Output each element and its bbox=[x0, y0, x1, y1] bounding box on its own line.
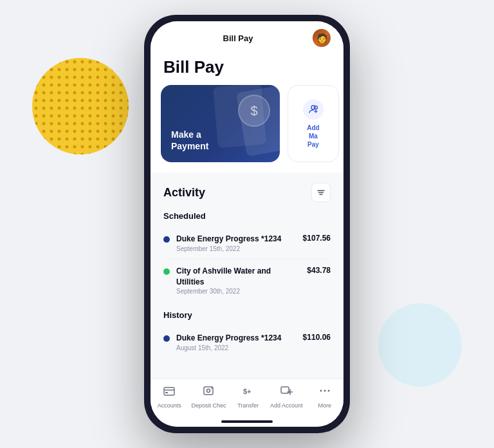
status-bar: Bill Pay 🧑 bbox=[151, 21, 343, 52]
svg-point-18 bbox=[327, 390, 329, 392]
home-indicator bbox=[151, 418, 343, 427]
accounts-icon bbox=[163, 384, 176, 400]
bottom-nav: Accounts Deposit Chec $+ bbox=[151, 378, 343, 418]
avatar[interactable]: 🧑 bbox=[313, 29, 331, 47]
nav-item-more[interactable]: More bbox=[309, 384, 340, 409]
transaction-date: September 30th, 2022 bbox=[176, 288, 300, 295]
svg-point-16 bbox=[320, 390, 322, 392]
status-dot-blue bbox=[163, 236, 170, 243]
activity-title: Activity bbox=[163, 186, 205, 200]
nav-item-transfer[interactable]: $+ Transfer bbox=[233, 384, 264, 409]
activity-section: Activity Scheduled Duke Ene bbox=[151, 173, 343, 301]
svg-rect-9 bbox=[164, 387, 174, 395]
table-row: Duke Energy Progress *1234 September 15t… bbox=[163, 227, 331, 259]
screen-content[interactable]: Bill Pay $ Make aPayment bbox=[151, 52, 343, 378]
transaction-name: Duke Energy Progress *1234 bbox=[176, 333, 297, 344]
transaction-info: Duke Energy Progress *1234 September 15t… bbox=[176, 234, 297, 252]
history-label: History bbox=[163, 310, 331, 320]
add-manage-label: AddMaPay bbox=[307, 124, 319, 149]
phone-frame: Bill Pay 🧑 Bill Pay $ Make aPayment bbox=[144, 15, 350, 433]
transaction-name: City of Ashville Water and Utilities bbox=[176, 266, 300, 288]
transaction-amount: $107.56 bbox=[303, 234, 331, 243]
status-dot-green bbox=[163, 268, 170, 275]
nav-label-deposit: Deposit Chec bbox=[191, 402, 226, 409]
transaction-amount: $110.06 bbox=[303, 333, 331, 342]
add-account-icon bbox=[280, 384, 293, 400]
scheduled-label: Scheduled bbox=[163, 211, 331, 221]
nav-item-deposit[interactable]: Deposit Chec bbox=[191, 384, 226, 409]
svg-point-5 bbox=[315, 106, 318, 109]
nav-item-add-account[interactable]: Add Account bbox=[270, 384, 303, 409]
table-row: City of Ashville Water and Utilities Sep… bbox=[163, 259, 331, 302]
nav-label-accounts: Accounts bbox=[158, 402, 181, 409]
history-section: History Duke Energy Progress *1234 Augus… bbox=[151, 301, 343, 358]
cards-row: $ Make aPayment AddMaPay bbox=[151, 85, 343, 173]
nav-label-transfer: Transfer bbox=[237, 402, 259, 409]
table-row: Duke Energy Progress *1234 August 15th, … bbox=[163, 326, 331, 358]
svg-point-13 bbox=[211, 387, 212, 389]
transaction-date: August 15th, 2022 bbox=[176, 344, 297, 351]
header-title: Bill Pay bbox=[223, 33, 253, 43]
page-title-area: Bill Pay bbox=[151, 52, 343, 85]
add-manage-card[interactable]: AddMaPay bbox=[288, 85, 339, 162]
svg-text:$+: $+ bbox=[243, 387, 252, 395]
transaction-info: City of Ashville Water and Utilities Sep… bbox=[176, 266, 300, 295]
nav-label-add-account: Add Account bbox=[270, 402, 303, 409]
nav-label-more: More bbox=[318, 402, 332, 409]
phone-screen: Bill Pay 🧑 Bill Pay $ Make aPayment bbox=[151, 21, 343, 427]
more-icon bbox=[318, 384, 331, 400]
dollar-coin-icon: $ bbox=[238, 95, 270, 127]
svg-point-12 bbox=[207, 389, 210, 393]
transaction-name: Duke Energy Progress *1234 bbox=[176, 234, 297, 245]
transaction-info: Duke Energy Progress *1234 August 15th, … bbox=[176, 333, 297, 351]
make-payment-card[interactable]: $ Make aPayment bbox=[161, 85, 280, 162]
svg-rect-10 bbox=[165, 392, 168, 393]
page-title: Bill Pay bbox=[163, 57, 331, 77]
nav-item-accounts[interactable]: Accounts bbox=[154, 384, 185, 409]
activity-header: Activity bbox=[163, 183, 331, 202]
transfer-icon: $+ bbox=[242, 384, 255, 400]
svg-point-17 bbox=[324, 390, 325, 392]
add-manage-icon bbox=[303, 99, 324, 120]
svg-rect-3 bbox=[32, 58, 129, 154]
filter-icon bbox=[316, 188, 325, 197]
blue-decorative-circle bbox=[378, 303, 462, 387]
filter-button[interactable] bbox=[311, 183, 331, 202]
deposit-icon bbox=[202, 384, 215, 400]
home-bar bbox=[221, 420, 273, 423]
transaction-amount: $43.78 bbox=[307, 266, 331, 275]
yellow-dot-circle bbox=[32, 58, 129, 154]
status-dot-blue bbox=[163, 335, 170, 342]
make-payment-label: Make aPayment bbox=[171, 129, 270, 152]
transaction-date: September 15th, 2022 bbox=[176, 245, 297, 252]
